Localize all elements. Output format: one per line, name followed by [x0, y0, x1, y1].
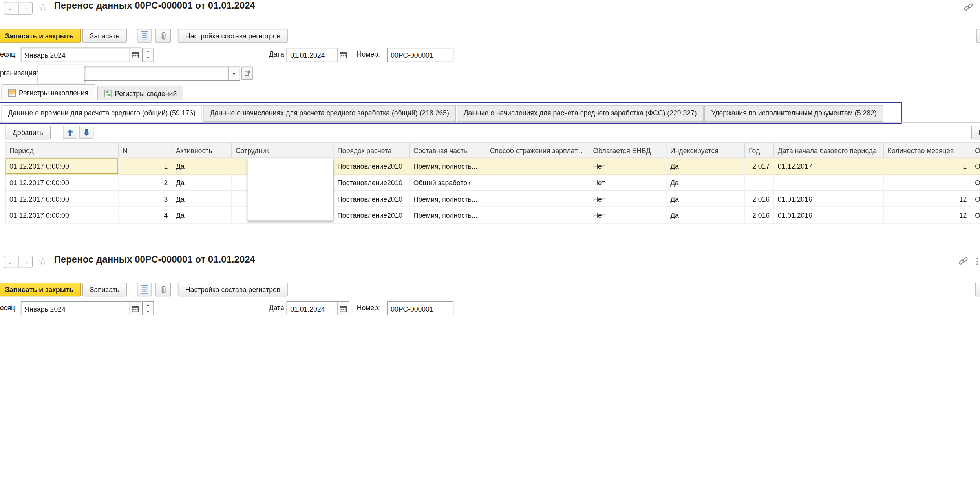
- calendar-icon[interactable]: [337, 48, 349, 62]
- cell[interactable]: О: [971, 174, 980, 191]
- cell[interactable]: О: [971, 191, 980, 207]
- spinner-down-icon[interactable]: ▼: [143, 55, 153, 62]
- back-button[interactable]: ←: [4, 256, 18, 268]
- calendar-icon[interactable]: [337, 302, 349, 315]
- kebab-menu-icon[interactable]: ⋮: [973, 257, 980, 265]
- date-input[interactable]: 01.01.2024: [287, 301, 349, 315]
- cell[interactable]: Нет: [589, 174, 666, 191]
- cell[interactable]: 1: [883, 158, 971, 174]
- cell[interactable]: Премия, полность...: [409, 191, 486, 207]
- link-icon[interactable]: [964, 2, 973, 12]
- register-tab[interactable]: Данные о времени для расчета среднего (о…: [1, 105, 202, 122]
- column-header[interactable]: Облагается ЕНВД: [589, 143, 666, 158]
- journal-icon[interactable]: [137, 29, 152, 43]
- cell[interactable]: Нет: [589, 207, 666, 223]
- cell[interactable]: Премия, полность...: [409, 158, 486, 174]
- cell[interactable]: О: [971, 207, 980, 223]
- cell[interactable]: Нет: [589, 158, 666, 174]
- cell[interactable]: О: [971, 158, 980, 174]
- cell[interactable]: 4: [119, 207, 172, 223]
- cell[interactable]: Да: [666, 207, 745, 223]
- month-input[interactable]: Январь 2024: [21, 301, 141, 315]
- cell[interactable]: Премия, полность...: [409, 207, 486, 223]
- column-header[interactable]: Дата начала базового периода: [773, 143, 883, 158]
- date-input[interactable]: 01.01.2024: [287, 48, 349, 62]
- paperclip-icon[interactable]: [155, 283, 171, 296]
- cell[interactable]: 2 016: [745, 207, 774, 223]
- cell[interactable]: 01.01.2016: [773, 207, 883, 223]
- cell[interactable]: 1: [119, 158, 172, 174]
- cell[interactable]: Постановление2010: [333, 158, 410, 174]
- number-input[interactable]: 00РС-000001: [387, 48, 454, 62]
- cell[interactable]: [486, 158, 589, 174]
- column-header[interactable]: Способ отражения зарплат...: [486, 143, 589, 158]
- cell[interactable]: Да: [172, 158, 232, 174]
- month-spinner[interactable]: ▲ ▼: [142, 48, 154, 62]
- cell[interactable]: Да: [666, 158, 745, 174]
- month-input[interactable]: Январь 2024: [21, 48, 141, 62]
- tab-accumulation-registers[interactable]: Регистры накопления: [1, 84, 95, 100]
- cell[interactable]: 3: [119, 191, 172, 207]
- cell[interactable]: 2 017: [745, 158, 774, 174]
- column-header[interactable]: Сотрудник: [232, 143, 333, 158]
- register-tab[interactable]: Удержания по исполнительным документам (…: [704, 105, 883, 122]
- spinner-up-icon[interactable]: ▲: [143, 48, 153, 55]
- cell[interactable]: Общий заработок: [409, 174, 486, 191]
- cell[interactable]: 2: [119, 174, 172, 191]
- cell[interactable]: Да: [172, 207, 232, 223]
- cell[interactable]: Да: [172, 174, 232, 191]
- favorite-star-icon[interactable]: ☆: [38, 1, 48, 13]
- register-tab[interactable]: Данные о начислениях для расчета среднег…: [203, 105, 456, 122]
- cell[interactable]: 01.12.2017 0:00:00: [5, 191, 119, 207]
- register-setup-button[interactable]: Настройка состава регистров: [178, 29, 288, 43]
- month-spinner[interactable]: ▲ ▼: [142, 301, 154, 315]
- cell[interactable]: [883, 174, 971, 191]
- cell[interactable]: 12: [883, 191, 971, 207]
- back-button[interactable]: ←: [4, 2, 18, 14]
- cell[interactable]: Постановление2010: [333, 174, 410, 191]
- grid-more-button[interactable]: Ещ: [971, 126, 980, 139]
- spinner-down-icon[interactable]: ▼: [143, 309, 153, 315]
- register-tab[interactable]: Данные о начислениях для расчета среднег…: [457, 105, 704, 122]
- cell[interactable]: [486, 191, 589, 207]
- cell[interactable]: [486, 207, 589, 223]
- more-button[interactable]: Ещ: [975, 283, 980, 296]
- column-header[interactable]: Составная часть: [409, 143, 486, 158]
- table-row[interactable]: 01.12.2017 0:00:004ДаПостановление2010Пр…: [5, 207, 980, 223]
- move-up-icon[interactable]: [63, 126, 77, 139]
- cell[interactable]: Нет: [589, 191, 666, 207]
- table-row[interactable]: 01.12.2017 0:00:001ДаПостановление2010Пр…: [5, 158, 980, 174]
- calendar-icon[interactable]: [130, 48, 141, 62]
- table-row[interactable]: 01.12.2017 0:00:003ДаПостановление2010Пр…: [5, 191, 980, 207]
- column-header[interactable]: N: [119, 143, 172, 158]
- column-header[interactable]: О: [971, 143, 980, 158]
- cell[interactable]: [486, 174, 589, 191]
- cell[interactable]: 12: [883, 207, 971, 223]
- cell[interactable]: 01.12.2017 0:00:00: [5, 174, 119, 191]
- cell[interactable]: 01.12.2017 0:00:00: [5, 207, 119, 223]
- forward-button[interactable]: →: [18, 256, 32, 268]
- add-row-button[interactable]: Добавить: [5, 126, 51, 139]
- cell[interactable]: Постановление2010: [333, 207, 410, 223]
- cell[interactable]: Да: [666, 191, 745, 207]
- more-button[interactable]: [976, 29, 980, 43]
- forward-button[interactable]: →: [18, 2, 32, 14]
- chevron-down-icon[interactable]: ▾: [228, 67, 240, 80]
- column-header[interactable]: Год: [745, 143, 774, 158]
- cell[interactable]: 01.01.2016: [773, 191, 883, 207]
- register-setup-button[interactable]: Настройка состава регистров: [178, 283, 288, 296]
- cell[interactable]: Да: [172, 191, 232, 207]
- journal-icon[interactable]: [137, 283, 152, 296]
- favorite-star-icon[interactable]: ☆: [38, 255, 48, 267]
- move-down-icon[interactable]: [79, 126, 94, 139]
- column-header[interactable]: Количество месяцев: [883, 143, 971, 158]
- cell[interactable]: 01.12.2017: [773, 158, 883, 174]
- calendar-icon[interactable]: [130, 302, 141, 315]
- column-header[interactable]: Активность: [172, 143, 232, 158]
- column-header[interactable]: Порядок расчета: [333, 143, 410, 158]
- cell[interactable]: [773, 174, 883, 191]
- open-icon[interactable]: [241, 67, 253, 80]
- number-input[interactable]: 00РС-000001: [387, 301, 454, 315]
- link-icon[interactable]: [959, 256, 968, 266]
- cell[interactable]: 01.12.2017 0:00:00: [5, 158, 119, 174]
